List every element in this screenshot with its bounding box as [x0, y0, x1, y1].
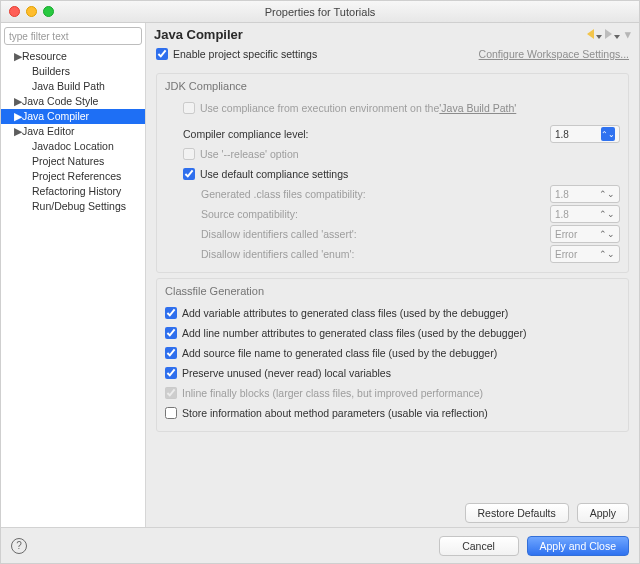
- apply-button[interactable]: Apply: [577, 503, 629, 523]
- nav-back-button[interactable]: [585, 27, 603, 42]
- disallow-enum-select: Error⌃⌄: [550, 245, 620, 263]
- tree-item-run-debug-settings[interactable]: Run/Debug Settings: [1, 199, 145, 214]
- cancel-button[interactable]: Cancel: [439, 536, 519, 556]
- jdk-compliance-group: JDK Compliance Use compliance from execu…: [156, 73, 629, 273]
- tree-item-java-editor[interactable]: ▶Java Editor: [1, 124, 145, 139]
- tree-item-javadoc-location[interactable]: Javadoc Location: [1, 139, 145, 154]
- dialog-footer: ? Cancel Apply and Close: [1, 527, 639, 563]
- chevron-updown-icon: ⌃⌄: [601, 127, 615, 141]
- tree-item-java-code-style[interactable]: ▶Java Code Style: [1, 94, 145, 109]
- jdk-compliance-title: JDK Compliance: [165, 80, 620, 92]
- properties-dialog: Properties for Tutorials type filter tex…: [0, 0, 640, 564]
- restore-defaults-button[interactable]: Restore Defaults: [465, 503, 569, 523]
- java-build-path-link: 'Java Build Path': [439, 102, 516, 114]
- use-default-compliance-checkbox[interactable]: [183, 168, 195, 180]
- tree-item-java-build-path[interactable]: Java Build Path: [1, 79, 145, 94]
- configure-workspace-link[interactable]: Configure Workspace Settings...: [479, 48, 629, 60]
- help-icon[interactable]: ?: [11, 538, 27, 554]
- store-method-params-checkbox[interactable]: [165, 407, 177, 419]
- filter-placeholder: type filter text: [9, 31, 68, 42]
- enable-project-specific-checkbox[interactable]: [156, 48, 168, 60]
- disclosure-triangle-icon: ▶: [13, 124, 22, 139]
- inline-finally-checkbox: [165, 387, 177, 399]
- use-exec-env-checkbox: [183, 102, 195, 114]
- nav-forward-button[interactable]: [603, 27, 621, 42]
- close-icon[interactable]: [9, 6, 20, 17]
- apply-and-close-button[interactable]: Apply and Close: [527, 536, 629, 556]
- disclosure-triangle-icon: ▶: [13, 109, 22, 124]
- window-title: Properties for Tutorials: [265, 6, 376, 18]
- menu-button[interactable]: ▾: [625, 28, 631, 41]
- compliance-level-select[interactable]: 1.8 ⌃⌄: [550, 125, 620, 143]
- page-title: Java Compiler: [154, 27, 243, 42]
- disclosure-triangle-icon: ▶: [13, 94, 22, 109]
- classfile-title: Classfile Generation: [165, 285, 620, 297]
- tree-item-project-references[interactable]: Project References: [1, 169, 145, 184]
- compliance-level-label: Compiler compliance level:: [183, 128, 308, 140]
- src-compat-select: 1.8⌃⌄: [550, 205, 620, 223]
- gen-compat-select: 1.8⌃⌄: [550, 185, 620, 203]
- tree-item-builders[interactable]: Builders: [1, 64, 145, 79]
- disallow-assert-select: Error⌃⌄: [550, 225, 620, 243]
- preserve-unused-checkbox[interactable]: [165, 367, 177, 379]
- titlebar[interactable]: Properties for Tutorials: [1, 1, 639, 23]
- release-option-checkbox: [183, 148, 195, 160]
- filter-input[interactable]: type filter text: [4, 27, 142, 45]
- main-panel: Java Compiler ▾ Enable project specific …: [146, 23, 639, 527]
- tree-item-java-compiler[interactable]: ▶Java Compiler: [1, 109, 145, 124]
- tree-item-refactoring-history[interactable]: Refactoring History: [1, 184, 145, 199]
- category-tree[interactable]: ▶ResourceBuildersJava Build Path▶Java Co…: [1, 47, 145, 527]
- classfile-generation-group: Classfile Generation Add variable attrib…: [156, 278, 629, 432]
- minimize-icon[interactable]: [26, 6, 37, 17]
- chevron-updown-icon: ⌃⌄: [599, 189, 615, 199]
- use-default-compliance-label: Use default compliance settings: [200, 168, 348, 180]
- enable-project-specific-label: Enable project specific settings: [173, 48, 317, 60]
- tree-item-project-natures[interactable]: Project Natures: [1, 154, 145, 169]
- arrow-right-icon: [605, 29, 612, 39]
- tree-item-resource[interactable]: ▶Resource: [1, 49, 145, 64]
- add-source-file-checkbox[interactable]: [165, 347, 177, 359]
- window-controls: [9, 6, 54, 17]
- add-line-number-checkbox[interactable]: [165, 327, 177, 339]
- chevron-updown-icon: ⌃⌄: [599, 209, 615, 219]
- chevron-updown-icon: ⌃⌄: [599, 229, 615, 239]
- arrow-left-icon: [587, 29, 594, 39]
- sidebar: type filter text ▶ResourceBuildersJava B…: [1, 23, 146, 527]
- zoom-icon[interactable]: [43, 6, 54, 17]
- chevron-updown-icon: ⌃⌄: [599, 249, 615, 259]
- disclosure-triangle-icon: ▶: [13, 49, 22, 64]
- add-variable-attrs-checkbox[interactable]: [165, 307, 177, 319]
